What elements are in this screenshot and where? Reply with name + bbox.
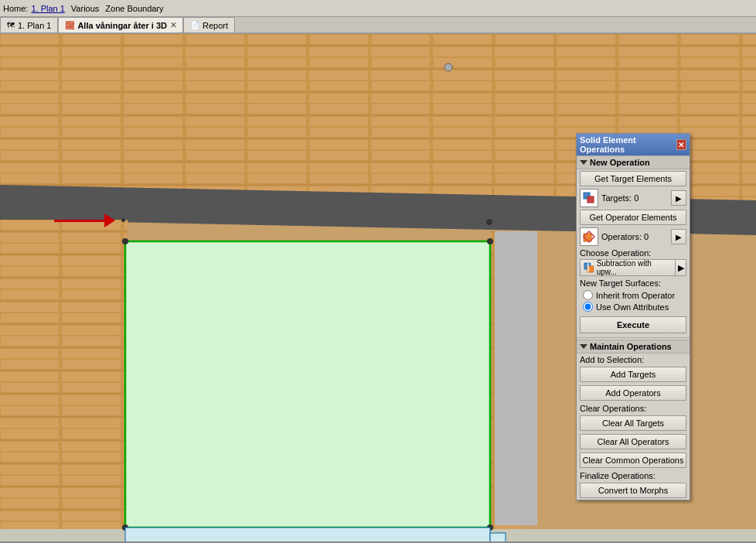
execute-row: Execute [577, 314, 690, 336]
red-arrow-head [104, 213, 115, 227]
clear-operations-label: Clear Operations: [577, 402, 690, 414]
get-target-row: Get Target Elements [577, 169, 690, 188]
targets-counter-row: Targets: 0 ▶ [577, 188, 690, 208]
clear-operators-row: Clear All Operators [577, 432, 690, 451]
get-operator-row: Get Operator Elements [577, 208, 690, 227]
subtraction-icon [584, 262, 594, 273]
add-operators-row: Add Operators [577, 384, 690, 402]
divider-1 [577, 337, 690, 338]
operator-icon [580, 227, 598, 246]
operators-label: Operators: 0 [601, 232, 668, 241]
tab-plan1-label: 1. Plan 1 [18, 21, 51, 30]
svg-rect-11 [0, 220, 128, 541]
svg-point-21 [486, 219, 492, 225]
add-operators-button[interactable]: Add Operators [580, 385, 686, 401]
operators-counter-row: Operators: 0 ▶ [577, 227, 690, 247]
toolbar-home-label: Home: [3, 4, 28, 13]
red-arrow [54, 213, 116, 228]
tab-3d[interactable]: 🧱 Alla våningar åter i 3D ✕ [58, 17, 183, 32]
top-toolbar: Home: 1. Plan 1 Various Zone Boundary [0, 0, 756, 17]
choose-operation-button[interactable]: Subtraction with upw... [580, 259, 676, 276]
choose-operation-dropdown[interactable]: ▶ [676, 259, 686, 276]
collapse-icon [580, 160, 587, 165]
add-targets-row: Add Targets [577, 365, 690, 384]
maintain-operations-header: Maintain Operations [577, 340, 690, 353]
svg-point-16 [122, 238, 128, 244]
panel-titlebar: Solid Element Operations ✕ [577, 134, 690, 155]
toolbar-plan-label: 1. Plan 1 [31, 4, 64, 13]
clear-common-row: Clear Common Operations [577, 451, 690, 470]
clear-common-operations-button[interactable]: Clear Common Operations [580, 452, 686, 468]
convert-morphs-row: Convert to Morphs [577, 481, 690, 500]
choose-operation-value: Subtraction with upw... [597, 259, 672, 276]
targets-label: Targets: 0 [601, 193, 668, 203]
new-operation-header: New Operation [577, 155, 690, 169]
convert-to-morphs-button[interactable]: Convert to Morphs [580, 483, 686, 498]
tab-plan1-icon: 🗺 [7, 21, 15, 29]
svg-rect-22 [125, 528, 490, 541]
operators-arrow-button[interactable]: ▶ [671, 229, 686, 244]
tab-report-label: Report [203, 21, 228, 30]
surface-section: New Target Surfaces: Inherit from Operat… [577, 277, 690, 314]
svg-rect-13 [495, 231, 537, 525]
svg-rect-23 [490, 533, 506, 541]
execute-button[interactable]: Execute [580, 316, 686, 333]
svg-point-20 [444, 63, 452, 71]
clear-targets-row: Clear All Targets [577, 414, 690, 432]
own-attrs-radio[interactable] [583, 302, 593, 312]
maintain-operations-label: Maintain Operations [590, 342, 672, 351]
add-to-selection-label: Add to Selection: [577, 353, 690, 365]
solid-element-operations-panel: Solid Element Operations ✕ New Operation… [576, 133, 690, 500]
choose-operation-label: Choose Operation: [577, 247, 690, 258]
svg-rect-25 [587, 196, 594, 203]
choose-operation-row: Subtraction with upw... ▶ [577, 258, 690, 277]
tab-3d-label: Alla våningar åter i 3D [77, 21, 167, 30]
tab-bar: 🗺 1. Plan 1 🧱 Alla våningar åter i 3D ✕ … [0, 17, 756, 34]
endpoint-dot [121, 218, 125, 222]
panel-title: Solid Element Operations [580, 135, 676, 154]
get-target-button[interactable]: Get Target Elements [580, 171, 686, 186]
tab-plan1[interactable]: 🗺 1. Plan 1 [0, 17, 58, 32]
tab-report[interactable]: 📄 Report [183, 17, 235, 32]
inherit-radio[interactable] [583, 290, 593, 300]
red-arrow-line [54, 220, 104, 222]
clear-all-targets-button[interactable]: Clear All Targets [580, 415, 686, 431]
targets-arrow-button[interactable]: ▶ [671, 190, 686, 206]
svg-point-17 [487, 238, 493, 244]
tab-3d-close[interactable]: ✕ [170, 21, 176, 29]
clear-all-operators-button[interactable]: Clear All Operators [580, 434, 686, 449]
new-operation-label: New Operation [590, 158, 650, 167]
get-operator-button[interactable]: Get Operator Elements [580, 210, 686, 225]
tab-report-icon: 📄 [190, 21, 199, 29]
tab-3d-icon: 🧱 [65, 21, 74, 29]
inherit-radio-row: Inherit from Operator [580, 289, 686, 301]
main-area: Solid Element Operations ✕ New Operation… [0, 34, 756, 541]
inherit-label: Inherit from Operator [596, 291, 675, 300]
finalize-operations-label: Finalize Operations: [577, 470, 690, 481]
surface-label: New Target Surfaces: [580, 278, 686, 288]
target-icon [580, 189, 598, 207]
own-attrs-radio-row: Use Own Attributes [580, 301, 686, 312]
panel-close-button[interactable]: ✕ [676, 139, 686, 150]
own-attrs-label: Use Own Attributes [596, 302, 669, 312]
svg-rect-15 [125, 241, 490, 528]
toolbar-various-label: Various [71, 4, 99, 13]
collapse-maintain-icon [580, 344, 587, 349]
toolbar-zone-label: Zone Boundary [105, 4, 163, 13]
add-targets-button[interactable]: Add Targets [580, 367, 686, 382]
